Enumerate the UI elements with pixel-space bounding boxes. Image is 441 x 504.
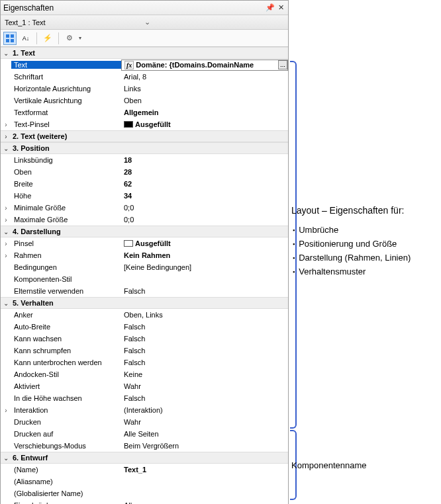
property-value[interactable]: Alle Seiten [121, 430, 288, 438]
property-row[interactable]: Oben28 [1, 166, 288, 178]
value-text: Falsch [124, 287, 288, 295]
category-header[interactable]: ›2. Text (weitere) [1, 130, 288, 142]
category-header[interactable]: ⌄3. Position [1, 142, 288, 154]
value-text: 18 [124, 156, 288, 164]
expand-icon[interactable]: › [1, 407, 11, 414]
events-button[interactable]: ⚡ [41, 32, 54, 45]
property-name: Minimale Größe [11, 204, 121, 212]
property-value[interactable]: (Interaktion) [121, 406, 288, 414]
ellipsis-button[interactable]: … [278, 60, 287, 69]
property-row[interactable]: TextfxDomäne: {tDomains.DomainName… [1, 59, 288, 71]
settings-button[interactable]: ⚙ [63, 32, 76, 45]
property-value[interactable]: Links [121, 85, 288, 93]
property-value[interactable]: 0;0 [121, 216, 288, 224]
property-row[interactable]: Horizontale AusrichtungLinks [1, 83, 288, 95]
property-value[interactable]: fxDomäne: {tDomains.DomainName… [121, 60, 288, 71]
property-row[interactable]: AnkerOben, Links [1, 309, 288, 321]
property-row[interactable]: Auto-BreiteFalsch [1, 321, 288, 333]
property-row[interactable]: (Name)Text_1 [1, 464, 288, 476]
property-value[interactable]: Falsch [121, 358, 288, 366]
pin-icon[interactable]: 📌 [266, 3, 275, 12]
collapse-icon[interactable]: ⌄ [1, 228, 11, 235]
property-row[interactable]: Kann schrumpfenFalsch [1, 345, 288, 357]
property-value[interactable]: 34 [121, 192, 288, 200]
property-value[interactable]: Wahr [121, 382, 288, 390]
collapse-icon[interactable]: ⌄ [1, 454, 11, 462]
expand-icon[interactable]: › [1, 204, 11, 212]
property-value[interactable]: Falsch [121, 335, 288, 343]
expand-icon[interactable]: › [1, 216, 11, 224]
property-row[interactable]: Andocken-StilKeine [1, 368, 288, 380]
value-text: Alle Seiten [124, 430, 288, 438]
property-row[interactable]: DruckenWahr [1, 416, 288, 428]
property-row[interactable]: (Aliasname) [1, 476, 288, 487]
property-row[interactable]: ›Maximale Größe0;0 [1, 214, 288, 226]
fx-icon[interactable]: fx [124, 61, 134, 69]
property-row[interactable]: Bedingungen[Keine Bedingungen] [1, 261, 288, 273]
property-value[interactable]: Arial, 8 [121, 73, 288, 81]
property-row[interactable]: Breite62 [1, 178, 288, 190]
chevron-down-icon[interactable]: ⌄ [144, 18, 284, 26]
property-row[interactable]: Höhe34 [1, 190, 288, 202]
property-row[interactable]: ›Text-PinselAusgefüllt [1, 118, 288, 130]
property-row[interactable]: Linksbündig18 [1, 154, 288, 166]
property-value[interactable]: Ausgefüllt [121, 120, 288, 128]
expand-icon[interactable]: › [1, 121, 11, 128]
property-value[interactable]: Beim Vergrößern [121, 442, 288, 450]
property-value[interactable]: Text_1 [121, 466, 288, 474]
property-value[interactable]: Allgemein [121, 108, 288, 116]
property-value[interactable]: Falsch [121, 347, 288, 355]
property-row[interactable]: ›PinselAusgefüllt [1, 237, 288, 249]
property-row[interactable]: Kann unterbrochen werdenFalsch [1, 357, 288, 368]
property-row[interactable]: ›Minimale Größe0;0 [1, 202, 288, 214]
category-header[interactable]: ⌄6. Entwurf [1, 452, 288, 464]
alphabetical-button[interactable]: A↓ [19, 32, 32, 45]
property-value[interactable]: 28 [121, 168, 288, 176]
property-row[interactable]: In die Höhe wachsenFalsch [1, 392, 288, 404]
expand-icon[interactable]: › [1, 252, 11, 259]
property-name: Komponenten-Stil [11, 275, 121, 283]
property-value[interactable]: Falsch [121, 323, 288, 331]
expand-icon[interactable]: › [1, 240, 11, 247]
properties-panel: Eigenschaften 📌 ✕ Text_1 : Text ⌄ A↓ ⚡ ⚙… [0, 0, 289, 504]
value-text: Falsch [124, 394, 288, 402]
property-row[interactable]: Komponenten-Stil [1, 273, 288, 285]
property-value[interactable]: [Keine Bedingungen] [121, 263, 288, 271]
property-row[interactable]: ›RahmenKein Rahmen [1, 249, 288, 261]
property-value[interactable]: Oben [121, 97, 288, 105]
chevron-down-icon[interactable]: ▾ [79, 35, 81, 41]
property-row[interactable]: Vertikale AusrichtungOben [1, 95, 288, 106]
property-value[interactable]: Ausgefüllt [121, 239, 288, 247]
collapse-icon[interactable]: ⌄ [1, 145, 11, 152]
property-value[interactable]: 0;0 [121, 204, 288, 212]
property-row[interactable]: ›Interaktion(Interaktion) [1, 404, 288, 416]
property-row[interactable]: (Globalisierter Name) [1, 487, 288, 499]
object-selector[interactable]: Text_1 : Text ⌄ [1, 15, 288, 30]
property-row[interactable]: Verschiebungs-ModusBeim Vergrößern [1, 440, 288, 452]
property-value[interactable]: Wahr [121, 418, 288, 426]
property-row[interactable]: TextformatAllgemein [1, 106, 288, 118]
property-row[interactable]: SchriftartArial, 8 [1, 71, 288, 83]
category-header[interactable]: ⌄1. Text [1, 47, 288, 59]
collapse-icon[interactable]: ⌄ [1, 300, 11, 307]
property-row[interactable]: Drucken aufAlle Seiten [1, 428, 288, 440]
property-value[interactable]: Falsch [121, 287, 288, 295]
collapse-icon[interactable]: ⌄ [1, 50, 11, 57]
property-value[interactable]: Alle [121, 501, 288, 504]
property-value[interactable]: Keine [121, 370, 288, 378]
category-header[interactable]: ⌄5. Verhalten [1, 297, 288, 309]
annotation-item: Verhaltensmuster [293, 265, 411, 279]
category-header[interactable]: ⌄4. Darstellung [1, 226, 288, 237]
close-icon[interactable]: ✕ [276, 3, 285, 12]
property-row[interactable]: EinschränkungenAlle [1, 499, 288, 504]
property-value[interactable]: Falsch [121, 394, 288, 402]
property-value[interactable]: 18 [121, 156, 288, 164]
property-value[interactable]: 62 [121, 180, 288, 188]
expand-icon[interactable]: › [1, 133, 11, 140]
property-row[interactable]: AktiviertWahr [1, 380, 288, 392]
categorized-button[interactable] [3, 32, 17, 45]
property-row[interactable]: Elternstile verwendenFalsch [1, 285, 288, 297]
property-row[interactable]: Kann wachsenFalsch [1, 333, 288, 345]
property-value[interactable]: Kein Rahmen [121, 251, 288, 259]
property-value[interactable]: Oben, Links [121, 311, 288, 319]
